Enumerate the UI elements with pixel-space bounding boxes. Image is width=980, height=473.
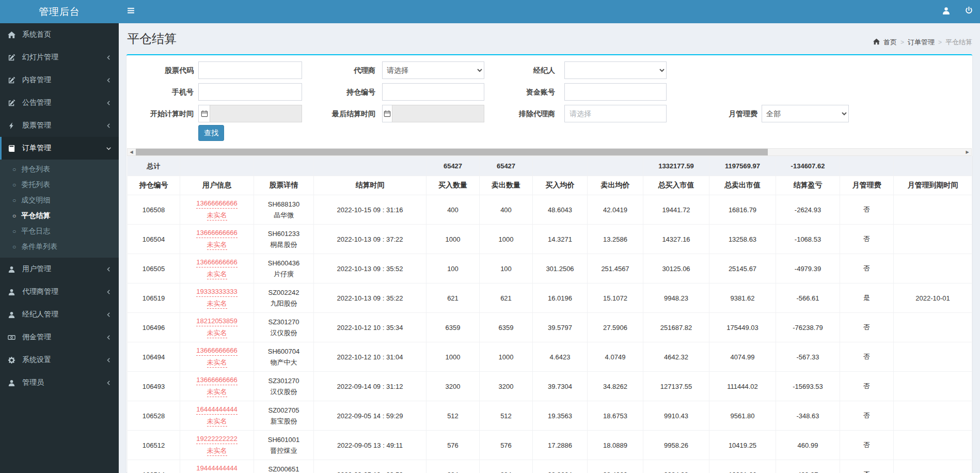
buy-market-cell: 251687.82 xyxy=(643,313,709,342)
fund-account-input[interactable] xyxy=(564,83,667,101)
user-info-cell: 13666666666未实名 xyxy=(180,225,254,254)
chevron-left-icon xyxy=(106,100,112,106)
realname-status-link[interactable]: 未实名 xyxy=(207,358,227,368)
sell-market-cell: 16816.79 xyxy=(709,195,776,225)
stock-code: SH688130 xyxy=(255,199,312,210)
realname-status-link[interactable]: 未实名 xyxy=(207,328,227,338)
search-button[interactable]: 查找 xyxy=(198,125,224,141)
filter-form: 查找 股票代码代理商请选择经纪人手机号持仓编号资金账号开始计算时间最后结算时间排… xyxy=(127,55,972,148)
realname-status-link[interactable]: 未实名 xyxy=(207,417,227,427)
sidebar-item-6[interactable]: 用户管理 xyxy=(0,258,119,280)
user-phone-link[interactable]: 18212053859 xyxy=(196,317,238,326)
start-calc-time-group[interactable] xyxy=(198,105,302,122)
agent-select[interactable]: 请选择 xyxy=(382,61,484,79)
user-phone-link[interactable]: 13666666666 xyxy=(196,199,238,209)
sidebar-subitem-0[interactable]: ○持仓列表 xyxy=(0,162,119,177)
totals-cell: 65427 xyxy=(426,156,480,176)
sidebar-item-3[interactable]: 公告管理 xyxy=(0,91,119,114)
position-no-cell: 106504 xyxy=(128,225,180,254)
last-settle-time-group[interactable] xyxy=(382,105,484,122)
monthly-fee-cell: 否 xyxy=(840,313,894,342)
realname-status-link[interactable]: 未实名 xyxy=(207,387,227,397)
user-phone-link[interactable]: 13666666666 xyxy=(196,258,238,267)
calendar-icon[interactable] xyxy=(382,105,392,122)
buy-avg-cell: 19.3563 xyxy=(533,401,588,431)
sidebar-item-10[interactable]: 系统设置 xyxy=(0,349,119,371)
sidebar-item-4[interactable]: 股票管理 xyxy=(0,114,119,137)
sidebar-subitem-3[interactable]: ○平仓结算 xyxy=(0,208,119,224)
sidebar-subitem-4[interactable]: ○平仓日志 xyxy=(0,224,119,239)
scrollbar-track[interactable] xyxy=(135,149,963,155)
breadcrumb-home[interactable]: 首页 xyxy=(883,38,897,47)
calendar-icon[interactable] xyxy=(198,105,210,122)
broker-select[interactable] xyxy=(564,61,667,79)
buy-avg-cell: 39.5797 xyxy=(533,313,588,342)
sell-qty-cell: 1000 xyxy=(480,225,533,254)
user-info-cell: 16444444444未实名 xyxy=(180,401,254,431)
scroll-left-arrow[interactable]: ◀ xyxy=(128,149,135,155)
sidebar-item-1[interactable]: 幻灯片管理 xyxy=(0,46,119,69)
phone-input[interactable] xyxy=(198,83,302,101)
realname-status-link[interactable]: 未实名 xyxy=(207,240,227,250)
buy-avg-cell: 16.0196 xyxy=(533,283,588,313)
user-icon xyxy=(8,310,17,319)
last-settle-time-input[interactable] xyxy=(392,105,484,122)
horizontal-scrollbar[interactable]: ◀ ▶ xyxy=(127,148,972,156)
sidebar-subitem-1[interactable]: ○委托列表 xyxy=(0,177,119,193)
buy-qty-cell: 884 xyxy=(426,460,480,473)
buy-market-cell: 4642.32 xyxy=(643,342,709,372)
user-phone-link[interactable]: 13666666666 xyxy=(196,346,238,356)
realname-status-link[interactable]: 未实名 xyxy=(207,299,227,309)
user-phone-link[interactable]: 19222222222 xyxy=(196,434,238,444)
scrollbar-thumb[interactable] xyxy=(136,149,768,155)
sidebar-item-0[interactable]: 系统首页 xyxy=(0,23,119,46)
book-icon xyxy=(8,144,17,152)
realname-status-link[interactable]: 未实名 xyxy=(207,446,227,456)
sidebar-subitem-2[interactable]: ○成交明细 xyxy=(0,193,119,208)
agent-label: 代理商 xyxy=(305,61,375,79)
position-no-input[interactable] xyxy=(382,83,484,101)
user-account-button[interactable] xyxy=(935,0,957,23)
sidebar-item-2[interactable]: 内容管理 xyxy=(0,69,119,91)
sidebar-item-5[interactable]: 订单管理 xyxy=(0,137,119,160)
column-header: 总买入市值 xyxy=(643,176,709,195)
stock-name: 新宝股份 xyxy=(255,416,312,427)
user-phone-link[interactable]: 19444444444 xyxy=(196,464,238,473)
sidebar-item-label: 代理商管理 xyxy=(22,287,58,296)
scroll-right-arrow[interactable]: ▶ xyxy=(963,149,971,155)
profit-cell: 460.99 xyxy=(776,431,840,460)
totals-cell xyxy=(254,156,314,176)
stock-detail-cell: SH600436片仔癀 xyxy=(254,254,314,283)
user-phone-link[interactable]: 13666666666 xyxy=(196,228,238,238)
realname-status-link[interactable]: 未实名 xyxy=(207,211,227,220)
monthly-fee-cell: 否 xyxy=(840,195,894,225)
sidebar-subitem-5[interactable]: ○条件单列表 xyxy=(0,239,119,255)
stock-code: SH600436 xyxy=(255,258,312,269)
sidebar-item-7[interactable]: 代理商管理 xyxy=(0,280,119,303)
settlement-panel: 查找 股票代码代理商请选择经纪人手机号持仓编号资金账号开始计算时间最后结算时间排… xyxy=(127,54,972,473)
realname-status-link[interactable]: 未实名 xyxy=(207,270,227,279)
circle-icon: ○ xyxy=(12,166,16,172)
sidebar-toggle-button[interactable] xyxy=(119,0,143,23)
buy-qty-cell: 400 xyxy=(426,195,480,225)
settle-time-cell: 2022-10-12 10 : 31:04 xyxy=(314,342,426,372)
exclude-agent-input[interactable] xyxy=(564,105,667,122)
stock-code-input[interactable] xyxy=(198,61,302,79)
chevron-left-icon xyxy=(106,335,112,340)
breadcrumb-section[interactable]: 订单管理 xyxy=(908,38,935,47)
user-phone-link[interactable]: 13666666666 xyxy=(196,375,238,385)
totals-cell: 1332177.59 xyxy=(643,156,709,176)
user-phone-link[interactable]: 19333333333 xyxy=(196,287,238,297)
sidebar-item-8[interactable]: 经纪人管理 xyxy=(0,303,119,326)
column-header: 结算盈亏 xyxy=(776,176,840,195)
logout-button[interactable] xyxy=(957,0,980,23)
sidebar-item-11[interactable]: 管理员 xyxy=(0,371,119,394)
sidebar-item-9[interactable]: 佣金管理 xyxy=(0,326,119,349)
stock-code: SH601233 xyxy=(255,228,312,239)
start-calc-time-input[interactable] xyxy=(210,105,302,122)
column-header: 卖出数量 xyxy=(480,176,533,195)
monthly-fee-select[interactable]: 全部 xyxy=(762,105,849,122)
fund-account-label: 资金账号 xyxy=(485,83,555,101)
table-row: 10651919333333333未实名SZ002242九阳股份2022-10-… xyxy=(128,283,972,313)
user-phone-link[interactable]: 16444444444 xyxy=(196,405,238,415)
